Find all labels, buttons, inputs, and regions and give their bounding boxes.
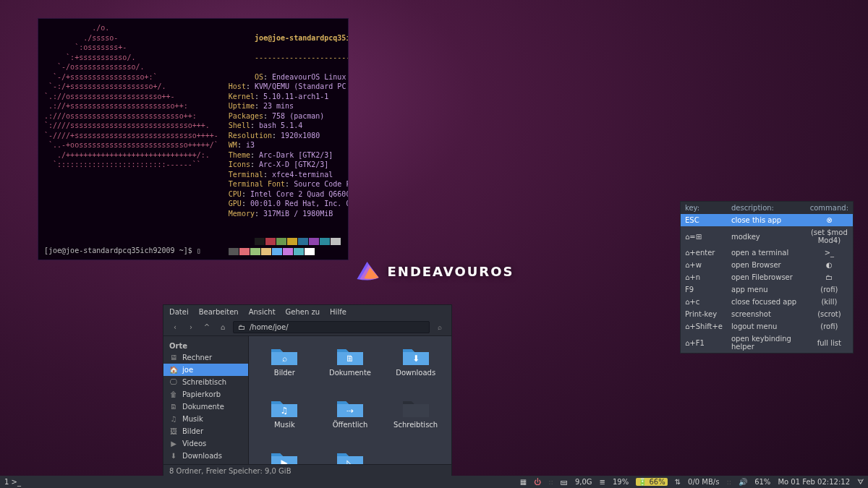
sidebar-item-downloads[interactable]: ⬇Downloads [163, 450, 248, 462]
location-path: /home/joe/ [250, 323, 289, 331]
terminal-window[interactable]: ./o. ./sssso- `:osssssss+- `:+ssssssssss… [38, 18, 349, 260]
svg-text:🗎: 🗎 [346, 354, 354, 364]
back-button[interactable]: ‹ [169, 323, 181, 331]
workspace-indicator[interactable]: 1 >_ [4, 478, 21, 486]
schreibtisch-icon: 🖵 [169, 378, 178, 386]
folder-vorlagen[interactable]: ◺Vorlagen [318, 446, 383, 464]
folder-downloads[interactable]: ⬇Downloads [383, 342, 448, 391]
endeavouros-logo: ENDEAVOUROS [354, 260, 514, 282]
sidebar-item-joe[interactable]: 🏠joe [163, 364, 248, 376]
folder-bilder[interactable]: ⌕Bilder [252, 342, 318, 391]
logo-text: ENDEAVOUROS [388, 264, 514, 279]
file-manager-menubar: DateiBearbeitenAnsichtGehen zuHilfe [163, 305, 451, 319]
joe-icon: 🏠 [169, 366, 178, 374]
menu-gehen zu[interactable]: Gehen zu [286, 308, 320, 316]
help-row[interactable]: Print-keyscreenshot(scrot) [681, 308, 853, 320]
sidebar-item-papierkorb[interactable]: 🗑Papierkorb [163, 388, 248, 401]
neofetch-ascii: ./o. ./sssso- `:osssssss+- `:+ssssssssss… [44, 23, 218, 260]
search-button[interactable]: ⌕ [434, 323, 446, 331]
help-header-cmd: command: [806, 202, 853, 214]
svg-text:⬇: ⬇ [412, 354, 420, 364]
taskbar: 1 >_ ▦ ⏻ :: 🖴 9,0G ≣ 19% 🔋 66% ⇅ 0/0 MB/… [0, 476, 868, 488]
papierkorb-icon: 🗑 [169, 390, 178, 398]
folder-musik[interactable]: ♫Musik [252, 394, 318, 443]
help-row[interactable]: ⌂+enteropen a terminal>_ [681, 247, 853, 259]
terminal-prompt[interactable]: [joe@joe-standardpcq35ich92009 ~]$ ▯ [44, 246, 201, 256]
battery-icon: 🔋 [638, 478, 647, 486]
power-icon[interactable]: ⏻ [534, 478, 541, 486]
keybinding-help-window[interactable]: key: description: command: ESCclose this… [680, 201, 854, 354]
folder-dokumente[interactable]: 🗎Dokumente [318, 342, 383, 391]
disk-icon: 🖴 [561, 478, 568, 486]
file-manager-toolbar: ‹ › ^ ⌂ 🗀 /home/joe/ ⌕ [163, 319, 451, 336]
menu-datei[interactable]: Datei [169, 308, 189, 316]
sidebar-item-bilder[interactable]: 🖼Bilder [163, 425, 248, 437]
volume-icon: 🔊 [739, 478, 747, 486]
help-row[interactable]: ⌂=⊞modkey(set $mod Mod4) [681, 226, 853, 247]
cpu-usage: 19% [613, 478, 629, 486]
svg-text:◺: ◺ [346, 458, 354, 464]
svg-text:⌕: ⌕ [282, 354, 287, 364]
folder-icon: 🗀 [238, 323, 245, 331]
forward-button[interactable]: › [185, 323, 197, 331]
tray-icon[interactable]: ᗊ [857, 478, 864, 487]
videos-icon: ▶ [169, 440, 178, 448]
menu-hilfe[interactable]: Hilfe [330, 308, 346, 316]
neofetch-header: joe@joe-standardpcq35ich92009 [255, 34, 349, 42]
folder-videos[interactable]: ▶Videos [252, 446, 318, 464]
neofetch-info: joe@joe-standardpcq35ich92009 ----------… [229, 23, 349, 260]
svg-text:⇢: ⇢ [346, 406, 354, 416]
svg-text:♫: ♫ [281, 406, 289, 416]
battery-level: 66% [649, 478, 665, 486]
help-row[interactable]: ESCclose this app⊗ [681, 214, 853, 226]
net-icon: ⇅ [675, 478, 681, 486]
sidebar-item-dokumente[interactable]: 🗎Dokumente [163, 401, 248, 413]
disk-free: 9,0G [575, 478, 592, 486]
folder-grid: ⌕Bilder🗎Dokumente⬇Downloads♫Musik⇢Öffent… [249, 336, 451, 464]
folder-schreibtisch[interactable]: Schreibtisch [383, 394, 448, 443]
home-button[interactable]: ⌂ [217, 323, 229, 331]
net-speed: 0/0 MB/s [688, 478, 719, 486]
folder-öffentlich[interactable]: ⇢Öffentlich [318, 394, 383, 443]
sidebar-item-rechner[interactable]: 🖥Rechner [163, 351, 248, 364]
svg-text:▶: ▶ [281, 458, 289, 464]
help-header-key: key: [681, 202, 727, 214]
sidebar-item-schreibtisch[interactable]: 🖵Schreibtisch [163, 376, 248, 388]
musik-icon: ♫ [169, 415, 178, 423]
dokumente-icon: 🗎 [169, 403, 178, 411]
sidebar: Orte 🖥Rechner🏠joe🖵Schreibtisch🗑Papierkor… [163, 336, 249, 464]
help-row[interactable]: ⌂+Shift+elogout menu(rofi) [681, 320, 853, 333]
help-row[interactable]: ⌂+wopen Browser◐ [681, 259, 853, 271]
help-row[interactable]: F9app menu(rofi) [681, 283, 853, 296]
menu-bearbeiten[interactable]: Bearbeiten [199, 308, 239, 316]
sidebar-item-musik[interactable]: ♫Musik [163, 413, 248, 425]
volume-level: 61% [754, 478, 770, 486]
up-button[interactable]: ^ [201, 323, 213, 331]
help-row[interactable]: ⌂+F1open keybinding helperfull list [681, 333, 853, 353]
sidebar-item-videos[interactable]: ▶Videos [163, 437, 248, 450]
neofetch-dashes: ----------------------------- [255, 53, 349, 61]
help-row[interactable]: ⌂+nopen Filebrowser🗀 [681, 271, 853, 283]
appmenu-icon[interactable]: ▦ [520, 478, 527, 486]
endeavouros-logo-icon [354, 260, 382, 282]
help-header-desc: description: [727, 202, 806, 214]
downloads-icon: ⬇ [169, 452, 178, 460]
places-header: Orte [163, 339, 248, 351]
cpu-icon: ≣ [600, 478, 605, 486]
file-manager-window[interactable]: DateiBearbeitenAnsichtGehen zuHilfe ‹ › … [163, 304, 452, 478]
location-bar[interactable]: 🗀 /home/joe/ [233, 321, 430, 333]
rechner-icon: 🖥 [169, 354, 178, 361]
help-row[interactable]: ⌂+cclose focused app(kill) [681, 296, 853, 308]
clock: Mo 01 Feb 02:12:12 [778, 478, 850, 486]
menu-ansicht[interactable]: Ansicht [249, 308, 276, 316]
bilder-icon: 🖼 [169, 427, 178, 435]
